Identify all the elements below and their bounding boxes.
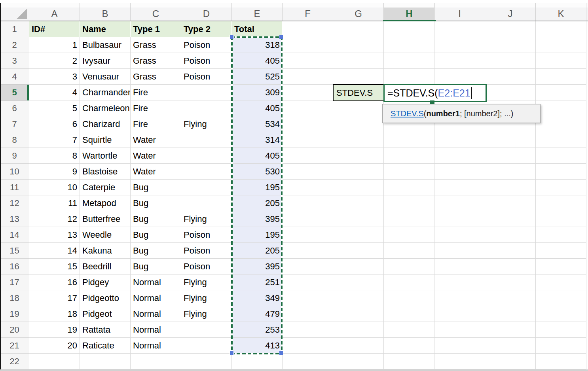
column-header-A[interactable]: A <box>29 3 80 21</box>
cell-A14[interactable]: 13 <box>29 227 80 243</box>
selection-handle-top-left[interactable] <box>230 35 234 39</box>
cell-E10[interactable]: 530 <box>232 164 283 180</box>
cell-B4[interactable]: Venusaur <box>80 69 131 85</box>
cell-I13[interactable] <box>434 211 485 227</box>
cell-G6[interactable] <box>333 100 384 116</box>
cell-G16[interactable] <box>333 259 384 274</box>
column-header-C[interactable]: C <box>131 3 181 21</box>
cell-K22[interactable] <box>536 354 586 369</box>
cell-E4[interactable]: 525 <box>232 69 283 85</box>
cell-D8[interactable] <box>181 132 232 148</box>
cell-D16[interactable]: Poison <box>181 259 232 274</box>
formula-edit-cell-H5[interactable]: =STDEV.S(E2:E21 <box>383 84 487 102</box>
cell-D3[interactable]: Poison <box>181 53 232 69</box>
cell-B13[interactable]: Butterfree <box>80 211 131 227</box>
cell-E6[interactable]: 405 <box>232 100 283 116</box>
cell-D14[interactable]: Poison <box>181 227 232 243</box>
cell-K18[interactable] <box>536 290 586 306</box>
cell-C8[interactable]: Water <box>131 132 181 148</box>
row-header-1[interactable]: 1 <box>0 21 29 37</box>
cell-B10[interactable]: Blastoise <box>80 164 131 180</box>
cell-G2[interactable] <box>333 37 384 53</box>
row-header-16[interactable]: 16 <box>0 259 29 274</box>
cell-F18[interactable] <box>283 290 333 306</box>
cell-K1[interactable] <box>536 21 586 37</box>
cell-G5[interactable]: STDEV.S <box>333 84 384 101</box>
cell-I17[interactable] <box>434 274 485 290</box>
cell-G8[interactable] <box>333 132 384 148</box>
cell-F14[interactable] <box>283 227 333 243</box>
cell-D19[interactable]: Flying <box>181 306 232 322</box>
row-header-17[interactable]: 17 <box>0 274 29 290</box>
cell-D18[interactable]: Flying <box>181 290 232 306</box>
cell-A18[interactable]: 17 <box>29 290 80 306</box>
cell-H21[interactable] <box>384 338 434 354</box>
cell-A2[interactable]: 1 <box>29 37 80 53</box>
row-header-20[interactable]: 20 <box>0 322 29 338</box>
cell-A22[interactable] <box>29 354 80 369</box>
cell-B5[interactable]: Charmander <box>80 85 131 100</box>
cell-C6[interactable]: Fire <box>131 100 181 116</box>
cell-B14[interactable]: Weedle <box>80 227 131 243</box>
cell-J21[interactable] <box>485 338 536 354</box>
cell-K5[interactable] <box>536 85 586 100</box>
cell-D15[interactable]: Poison <box>181 243 232 259</box>
cell-G13[interactable] <box>333 211 384 227</box>
cell-C10[interactable]: Water <box>131 164 181 180</box>
column-header-E[interactable]: E <box>232 3 283 21</box>
cell-E5[interactable]: 309 <box>232 85 283 100</box>
cell-C11[interactable]: Bug <box>131 180 181 195</box>
cell-E22[interactable] <box>232 354 283 369</box>
cell-A19[interactable]: 18 <box>29 306 80 322</box>
cell-F21[interactable] <box>283 338 333 354</box>
cell-B18[interactable]: Pidgeotto <box>80 290 131 306</box>
cell-D4[interactable]: Poison <box>181 69 232 85</box>
cell-D5[interactable] <box>181 85 232 100</box>
cell-E16[interactable]: 395 <box>232 259 283 274</box>
cell-C20[interactable]: Normal <box>131 322 181 338</box>
cell-B12[interactable]: Metapod <box>80 195 131 211</box>
cell-C4[interactable]: Grass <box>131 69 181 85</box>
row-header-13[interactable]: 13 <box>0 211 29 227</box>
cell-A12[interactable]: 11 <box>29 195 80 211</box>
row-header-11[interactable]: 11 <box>0 180 29 195</box>
cell-I10[interactable] <box>434 164 485 180</box>
cell-F1[interactable] <box>283 21 333 37</box>
cell-H2[interactable] <box>384 37 434 53</box>
cell-H12[interactable] <box>384 195 434 211</box>
cell-E1[interactable]: Total <box>232 21 283 37</box>
cell-G3[interactable] <box>333 53 384 69</box>
cell-A8[interactable]: 7 <box>29 132 80 148</box>
cell-E14[interactable]: 195 <box>232 227 283 243</box>
cell-H17[interactable] <box>384 274 434 290</box>
cell-A21[interactable]: 20 <box>29 338 80 354</box>
cell-B2[interactable]: Bulbasaur <box>80 37 131 53</box>
row-header-18[interactable]: 18 <box>0 290 29 306</box>
cell-B22[interactable] <box>80 354 131 369</box>
cell-A17[interactable]: 16 <box>29 274 80 290</box>
cell-G1[interactable] <box>333 21 384 37</box>
cell-D2[interactable]: Poison <box>181 37 232 53</box>
cell-E20[interactable]: 253 <box>232 322 283 338</box>
cell-E19[interactable]: 479 <box>232 306 283 322</box>
cell-F15[interactable] <box>283 243 333 259</box>
row-header-9[interactable]: 9 <box>0 148 29 164</box>
column-header-K[interactable]: K <box>536 3 586 21</box>
cell-H13[interactable] <box>384 211 434 227</box>
cell-H15[interactable] <box>384 243 434 259</box>
cell-H20[interactable] <box>384 322 434 338</box>
cell-I11[interactable] <box>434 180 485 195</box>
cell-A13[interactable]: 12 <box>29 211 80 227</box>
cell-B19[interactable]: Pidgeot <box>80 306 131 322</box>
cell-G11[interactable] <box>333 180 384 195</box>
cell-H18[interactable] <box>384 290 434 306</box>
cell-B20[interactable]: Rattata <box>80 322 131 338</box>
cell-H19[interactable] <box>384 306 434 322</box>
cell-A7[interactable]: 6 <box>29 116 80 132</box>
cell-K15[interactable] <box>536 243 586 259</box>
cell-J3[interactable] <box>485 53 536 69</box>
cell-K11[interactable] <box>536 180 586 195</box>
cell-G17[interactable] <box>333 274 384 290</box>
cell-J11[interactable] <box>485 180 536 195</box>
cell-A9[interactable]: 8 <box>29 148 80 164</box>
